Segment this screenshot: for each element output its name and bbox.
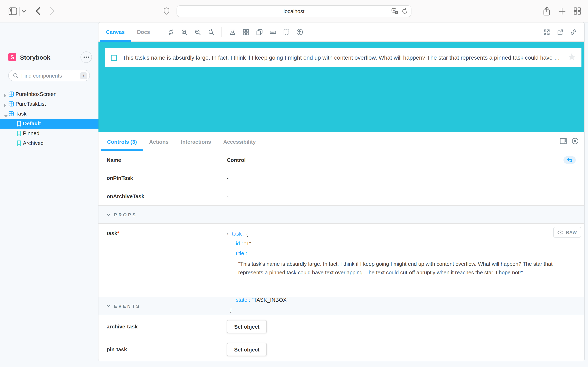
tab-actions[interactable]: Actions — [143, 132, 175, 151]
component-icon — [9, 111, 14, 117]
brand-row: S Storybook — [8, 51, 92, 63]
close-panel-icon[interactable] — [572, 137, 579, 146]
tree-item-label: Default — [23, 120, 41, 126]
section-label: EVENTS — [114, 303, 141, 309]
viewport-icon[interactable] — [254, 26, 265, 38]
tab-accessibility[interactable]: Accessibility — [217, 132, 262, 151]
addons-panel: Controls (3) Actions Interactions Access… — [98, 132, 584, 361]
json-key: task : — [232, 231, 245, 237]
address-text: localhost — [284, 8, 305, 14]
section-props[interactable]: PROPS — [98, 206, 584, 224]
section-label: PROPS — [114, 212, 137, 217]
tab-overview-icon[interactable] — [574, 7, 581, 15]
set-object-button[interactable]: Set object — [227, 320, 267, 333]
zoom-in-icon[interactable] — [179, 26, 190, 38]
chevron-down-icon[interactable] — [4, 113, 8, 119]
controls-table-header: Name Control — [98, 151, 584, 169]
event-row-pin-task: pin-task Set object — [98, 338, 584, 361]
outline-icon[interactable] — [281, 26, 292, 38]
address-bar[interactable]: localhost A x — [177, 5, 411, 17]
tab-canvas[interactable]: Canvas — [100, 23, 131, 42]
json-brace: { — [246, 231, 248, 237]
search-box[interactable]: / — [8, 70, 90, 81]
raw-label: RAW — [566, 230, 577, 235]
chevron-right-icon[interactable] — [4, 102, 7, 108]
reload-icon[interactable] — [402, 8, 408, 14]
chevron-down-icon[interactable] — [22, 10, 26, 13]
reset-controls-button[interactable] — [563, 156, 576, 164]
browser-toolbar: localhost A x — [0, 0, 588, 23]
grid-icon[interactable] — [240, 26, 251, 38]
sidebar-toggle-icon[interactable] — [9, 7, 17, 15]
task-item: This task's name is absurdly large. In f… — [105, 48, 581, 67]
fullscreen-icon[interactable] — [541, 26, 552, 38]
arg-name: task* — [107, 230, 119, 236]
json-title-line[interactable]: title : — [227, 249, 562, 259]
arg-row-task: task* ▾ task : { id : "1" title : — [98, 224, 584, 297]
required-marker: * — [117, 230, 119, 236]
tree-item-pureinboxscreen[interactable]: PureInboxScreen — [0, 89, 98, 99]
tab-interactions[interactable]: Interactions — [175, 132, 217, 151]
tree-item-puretasklist[interactable]: PureTaskList — [0, 99, 98, 109]
tab-docs[interactable]: Docs — [131, 23, 156, 42]
panel-tab-bar: Controls (3) Actions Interactions Access… — [98, 132, 584, 151]
tree-item-story-archived[interactable]: Archived — [0, 138, 98, 148]
brand-title: Storybook — [20, 54, 50, 61]
tab-controls[interactable]: Controls (3) — [101, 132, 143, 151]
search-input[interactable] — [21, 73, 80, 79]
storybook-app: S Storybook / — [0, 23, 588, 367]
task-checkbox[interactable] — [111, 55, 117, 61]
forward-button[interactable] — [50, 7, 55, 15]
toolbar-divider — [160, 27, 160, 37]
arg-name: onPinTask — [107, 175, 133, 181]
tree-item-label: Task — [16, 111, 26, 117]
back-button[interactable] — [35, 7, 41, 15]
json-root-line[interactable]: ▾ task : { — [227, 229, 562, 239]
background-icon[interactable] — [227, 26, 238, 38]
raw-toggle-button[interactable]: RAW — [553, 227, 581, 238]
ellipsis-icon — [83, 56, 89, 58]
svg-text:A: A — [393, 8, 395, 12]
json-state-line[interactable]: state : "TASK_INBOX" — [227, 295, 562, 305]
toolbar-divider — [222, 27, 222, 37]
panel-position-icon[interactable] — [560, 138, 567, 146]
sidebar-menu-button[interactable] — [80, 51, 92, 63]
arg-name: onArchiveTask — [107, 193, 145, 200]
remount-icon[interactable] — [165, 26, 176, 38]
copy-link-icon[interactable] — [568, 26, 579, 38]
search-icon — [13, 73, 18, 78]
json-title-value[interactable]: "This task's name is absurdly large. In … — [227, 260, 562, 277]
measure-icon[interactable] — [267, 26, 278, 38]
json-key: state : — [236, 297, 250, 303]
bookmark-icon — [17, 141, 21, 147]
event-name: pin-task — [107, 346, 127, 352]
json-key: id : — [236, 241, 243, 247]
zoom-out-icon[interactable] — [192, 26, 203, 38]
tree-item-story-default[interactable]: Default — [0, 119, 98, 129]
arg-control: - — [227, 175, 229, 181]
open-in-new-tab-icon[interactable] — [554, 26, 565, 38]
object-control[interactable]: ▾ task : { id : "1" title : "This task's… — [227, 229, 562, 315]
json-id-line[interactable]: id : "1" — [227, 239, 562, 249]
share-icon[interactable] — [543, 7, 550, 16]
new-tab-icon[interactable] — [559, 8, 565, 15]
reset-zoom-icon[interactable] — [205, 26, 217, 38]
canvas-toolbar: Canvas Docs — [98, 23, 584, 42]
collapse-triangle-icon[interactable]: ▾ — [227, 229, 228, 239]
eye-icon — [557, 230, 563, 234]
chevron-right-icon[interactable] — [4, 93, 7, 99]
shield-icon[interactable] — [163, 7, 170, 15]
tree-item-task[interactable]: Task — [0, 109, 98, 119]
set-object-button[interactable]: Set object — [227, 343, 267, 356]
tree-item-story-pinned[interactable]: Pinned — [0, 129, 98, 138]
story-canvas: This task's name is absurdly large. In f… — [98, 42, 584, 132]
accessibility-vision-icon[interactable] — [294, 26, 305, 38]
sidebar: S Storybook / — [0, 23, 98, 367]
tree-item-label: Archived — [23, 140, 43, 146]
json-close-line: } — [227, 305, 562, 315]
pin-star-icon[interactable] — [568, 53, 576, 62]
screen: localhost A x — [0, 0, 588, 367]
chevron-down-icon — [107, 213, 110, 216]
tree-item-label: PureTaskList — [16, 101, 46, 107]
translate-icon[interactable]: A x — [392, 8, 399, 15]
